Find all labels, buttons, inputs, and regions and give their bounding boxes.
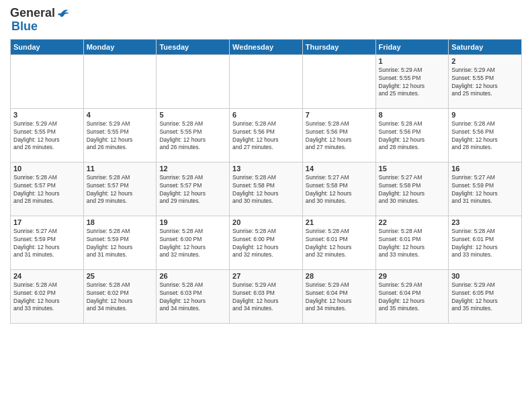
day-info: Sunrise: 5:28 AM Sunset: 6:01 PM Dayligh… xyxy=(451,228,519,260)
day-info: Sunrise: 5:27 AM Sunset: 5:59 PM Dayligh… xyxy=(13,228,81,260)
day-number: 19 xyxy=(159,218,226,226)
calendar-cell: 26Sunrise: 5:28 AM Sunset: 6:03 PM Dayli… xyxy=(157,269,230,323)
day-number: 20 xyxy=(232,218,300,226)
day-info: Sunrise: 5:28 AM Sunset: 5:58 PM Dayligh… xyxy=(232,174,300,206)
calendar-cell: 14Sunrise: 5:27 AM Sunset: 5:58 PM Dayli… xyxy=(302,162,375,216)
day-number: 3 xyxy=(13,111,81,119)
weekday-header-friday: Friday xyxy=(375,39,449,54)
weekday-header-row: SundayMondayTuesdayWednesdayThursdayFrid… xyxy=(11,39,522,54)
day-info: Sunrise: 5:29 AM Sunset: 5:55 PM Dayligh… xyxy=(451,66,519,99)
day-number: 5 xyxy=(159,111,226,119)
week-row-4: 17Sunrise: 5:27 AM Sunset: 5:59 PM Dayli… xyxy=(11,216,522,269)
calendar-cell: 25Sunrise: 5:28 AM Sunset: 6:02 PM Dayli… xyxy=(83,269,157,323)
day-number: 1 xyxy=(379,57,446,65)
calendar-cell xyxy=(83,54,157,108)
day-info: Sunrise: 5:28 AM Sunset: 5:57 PM Dayligh… xyxy=(87,174,154,206)
day-info: Sunrise: 5:27 AM Sunset: 5:59 PM Dayligh… xyxy=(451,174,519,206)
day-info: Sunrise: 5:29 AM Sunset: 6:04 PM Dayligh… xyxy=(379,281,446,314)
calendar-cell: 22Sunrise: 5:28 AM Sunset: 6:01 PM Dayli… xyxy=(375,216,449,269)
calendar-cell xyxy=(11,54,84,108)
calendar-cell: 6Sunrise: 5:28 AM Sunset: 5:56 PM Daylig… xyxy=(230,108,303,162)
calendar-cell: 30Sunrise: 5:29 AM Sunset: 6:05 PM Dayli… xyxy=(449,269,522,323)
day-number: 8 xyxy=(379,111,446,119)
page: General Blue SundayMondayTuesdayWednesda… xyxy=(0,0,532,330)
calendar-cell xyxy=(302,54,375,108)
calendar-cell: 5Sunrise: 5:28 AM Sunset: 5:55 PM Daylig… xyxy=(157,108,230,162)
calendar-cell: 3Sunrise: 5:29 AM Sunset: 5:55 PM Daylig… xyxy=(11,108,84,162)
day-info: Sunrise: 5:28 AM Sunset: 5:57 PM Dayligh… xyxy=(159,174,226,206)
header: General Blue xyxy=(10,7,522,34)
day-info: Sunrise: 5:28 AM Sunset: 5:56 PM Dayligh… xyxy=(232,120,300,152)
day-info: Sunrise: 5:29 AM Sunset: 6:05 PM Dayligh… xyxy=(451,281,519,314)
calendar-cell: 20Sunrise: 5:28 AM Sunset: 6:00 PM Dayli… xyxy=(230,216,303,269)
day-info: Sunrise: 5:28 AM Sunset: 5:59 PM Dayligh… xyxy=(87,228,154,260)
calendar-cell: 18Sunrise: 5:28 AM Sunset: 5:59 PM Dayli… xyxy=(83,216,157,269)
calendar-cell: 28Sunrise: 5:29 AM Sunset: 6:04 PM Dayli… xyxy=(302,269,375,323)
calendar-cell: 29Sunrise: 5:29 AM Sunset: 6:04 PM Dayli… xyxy=(375,269,449,323)
day-number: 7 xyxy=(306,111,373,119)
day-info: Sunrise: 5:28 AM Sunset: 5:56 PM Dayligh… xyxy=(379,120,446,152)
calendar-cell xyxy=(230,54,303,108)
calendar-cell: 10Sunrise: 5:28 AM Sunset: 5:57 PM Dayli… xyxy=(11,162,84,216)
calendar-cell: 19Sunrise: 5:28 AM Sunset: 6:00 PM Dayli… xyxy=(157,216,230,269)
week-row-1: 1Sunrise: 5:29 AM Sunset: 5:55 PM Daylig… xyxy=(11,54,522,108)
day-info: Sunrise: 5:28 AM Sunset: 5:57 PM Dayligh… xyxy=(13,174,81,206)
day-number: 21 xyxy=(306,218,373,226)
weekday-header-tuesday: Tuesday xyxy=(157,39,230,54)
day-info: Sunrise: 5:28 AM Sunset: 6:03 PM Dayligh… xyxy=(159,281,226,314)
weekday-header-monday: Monday xyxy=(83,39,157,54)
day-number: 6 xyxy=(232,111,300,119)
calendar-cell: 24Sunrise: 5:28 AM Sunset: 6:02 PM Dayli… xyxy=(11,269,84,323)
day-number: 17 xyxy=(13,218,81,226)
day-info: Sunrise: 5:28 AM Sunset: 5:56 PM Dayligh… xyxy=(306,120,373,152)
day-info: Sunrise: 5:28 AM Sunset: 6:01 PM Dayligh… xyxy=(379,228,446,260)
day-number: 28 xyxy=(306,272,373,280)
calendar-cell: 17Sunrise: 5:27 AM Sunset: 5:59 PM Dayli… xyxy=(11,216,84,269)
day-number: 24 xyxy=(13,272,81,280)
logo-container: General Blue xyxy=(10,7,70,34)
weekday-header-wednesday: Wednesday xyxy=(230,39,303,54)
day-number: 14 xyxy=(306,165,373,173)
calendar-cell: 4Sunrise: 5:29 AM Sunset: 5:55 PM Daylig… xyxy=(83,108,157,162)
day-number: 12 xyxy=(159,165,226,173)
calendar-cell: 27Sunrise: 5:29 AM Sunset: 6:03 PM Dayli… xyxy=(230,269,303,323)
calendar-cell: 9Sunrise: 5:28 AM Sunset: 5:56 PM Daylig… xyxy=(449,108,522,162)
day-info: Sunrise: 5:29 AM Sunset: 5:55 PM Dayligh… xyxy=(87,120,154,152)
logo: General Blue xyxy=(10,7,70,34)
day-number: 25 xyxy=(87,272,154,280)
calendar-cell: 7Sunrise: 5:28 AM Sunset: 5:56 PM Daylig… xyxy=(302,108,375,162)
day-number: 15 xyxy=(379,165,446,173)
day-number: 22 xyxy=(379,218,446,226)
day-info: Sunrise: 5:28 AM Sunset: 6:00 PM Dayligh… xyxy=(159,228,226,260)
day-info: Sunrise: 5:28 AM Sunset: 5:56 PM Dayligh… xyxy=(451,120,519,152)
calendar-table: SundayMondayTuesdayWednesdayThursdayFrid… xyxy=(10,39,522,324)
day-info: Sunrise: 5:29 AM Sunset: 6:03 PM Dayligh… xyxy=(232,281,300,314)
day-number: 4 xyxy=(87,111,154,119)
day-info: Sunrise: 5:29 AM Sunset: 5:55 PM Dayligh… xyxy=(13,120,81,152)
logo-bird-icon xyxy=(56,7,70,20)
day-info: Sunrise: 5:28 AM Sunset: 6:01 PM Dayligh… xyxy=(306,228,373,260)
weekday-header-sunday: Sunday xyxy=(11,39,84,54)
day-number: 9 xyxy=(451,111,519,119)
weekday-header-thursday: Thursday xyxy=(302,39,375,54)
calendar-cell: 1Sunrise: 5:29 AM Sunset: 5:55 PM Daylig… xyxy=(375,54,449,108)
day-info: Sunrise: 5:27 AM Sunset: 5:58 PM Dayligh… xyxy=(379,174,446,206)
logo-text-general: General xyxy=(10,7,55,20)
calendar-cell: 15Sunrise: 5:27 AM Sunset: 5:58 PM Dayli… xyxy=(375,162,449,216)
week-row-5: 24Sunrise: 5:28 AM Sunset: 6:02 PM Dayli… xyxy=(11,269,522,323)
day-number: 30 xyxy=(451,272,519,280)
calendar-cell xyxy=(157,54,230,108)
day-number: 11 xyxy=(87,165,154,173)
calendar-cell: 13Sunrise: 5:28 AM Sunset: 5:58 PM Dayli… xyxy=(230,162,303,216)
calendar-cell: 16Sunrise: 5:27 AM Sunset: 5:59 PM Dayli… xyxy=(449,162,522,216)
day-info: Sunrise: 5:29 AM Sunset: 5:55 PM Dayligh… xyxy=(379,66,446,99)
day-number: 26 xyxy=(159,272,226,280)
calendar-cell: 12Sunrise: 5:28 AM Sunset: 5:57 PM Dayli… xyxy=(157,162,230,216)
day-info: Sunrise: 5:28 AM Sunset: 6:02 PM Dayligh… xyxy=(87,281,154,314)
day-number: 2 xyxy=(451,57,519,65)
calendar-cell: 23Sunrise: 5:28 AM Sunset: 6:01 PM Dayli… xyxy=(449,216,522,269)
day-number: 23 xyxy=(451,218,519,226)
day-info: Sunrise: 5:28 AM Sunset: 6:00 PM Dayligh… xyxy=(232,228,300,260)
calendar-cell: 2Sunrise: 5:29 AM Sunset: 5:55 PM Daylig… xyxy=(449,54,522,108)
calendar-cell: 11Sunrise: 5:28 AM Sunset: 5:57 PM Dayli… xyxy=(83,162,157,216)
